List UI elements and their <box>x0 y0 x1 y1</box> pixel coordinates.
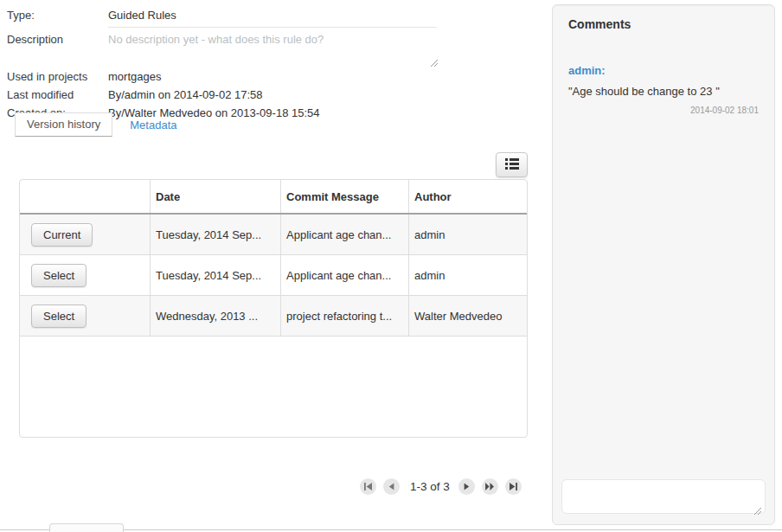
version-list-button[interactable] <box>496 152 528 177</box>
last-modified-label: Last modified <box>7 88 108 101</box>
cell-author: admin <box>408 215 527 254</box>
comments-panel: Comments admin: "Age should be change to… <box>552 4 775 525</box>
cell-commit-message: Applicant age chan... <box>280 215 408 254</box>
header-date: Date <box>150 180 280 213</box>
used-in-projects-row: Used in projects mortgages <box>7 67 439 86</box>
last-page-button[interactable] <box>505 478 522 495</box>
pagination-range-label: 1-3 of 3 <box>410 480 450 493</box>
previous-page-icon <box>388 483 395 490</box>
header-commit-message: Commit Message <box>280 180 408 213</box>
cell-author: admin <box>408 255 527 295</box>
fast-forward-button[interactable] <box>482 478 498 495</box>
resize-handle-icon[interactable] <box>430 55 439 64</box>
table-row: Select Tuesday, 2014 Sep... Applicant ag… <box>20 255 527 296</box>
asset-metadata-form: Type: Guided Rules Description Used in p… <box>7 7 439 122</box>
last-modified-value: By/admin on 2014-09-02 17:58 <box>108 88 263 101</box>
overview-screen: Type: Guided Rules Description Used in p… <box>0 0 782 532</box>
last-modified-row: Last modified By/admin on 2014-09-02 17:… <box>7 86 439 104</box>
select-version-button[interactable]: Select <box>31 264 87 287</box>
previous-page-button[interactable] <box>383 478 400 495</box>
first-page-icon <box>364 483 372 490</box>
type-value: Guided Rules <box>108 7 176 22</box>
current-version-button[interactable]: Current <box>31 223 93 247</box>
tab-metadata[interactable]: Metadata <box>130 119 176 131</box>
cell-commit-message: Applicant age chan... <box>280 255 408 295</box>
version-history-table: Date Commit Message Author Current Tuesd… <box>19 179 528 438</box>
cell-author: Walter Medvedeo <box>408 296 527 336</box>
used-in-projects-value: mortgages <box>108 70 161 83</box>
cell-date: Wednesday, 2013 ... <box>150 296 280 336</box>
cell-date: Tuesday, 2014 Sep... <box>150 215 280 254</box>
table-row: Select Wednesday, 2013 ... project refac… <box>20 296 527 337</box>
comment-item: admin: "Age should be change to 23 " 201… <box>553 31 774 115</box>
new-comment-textarea[interactable] <box>561 479 766 514</box>
type-field: Guided Rules <box>108 7 437 28</box>
cell-commit-message: project refactoring t... <box>280 296 408 336</box>
comment-timestamp: 2014-09-02 18:01 <box>568 106 759 115</box>
description-label: Description <box>7 31 108 46</box>
type-row: Type: Guided Rules <box>7 7 439 28</box>
cell-date: Tuesday, 2014 Sep... <box>150 255 280 295</box>
select-version-button[interactable]: Select <box>31 304 87 328</box>
bottom-active-tab[interactable] <box>49 523 124 532</box>
description-field-wrap <box>108 31 437 62</box>
last-page-icon <box>510 483 517 490</box>
header-action <box>20 180 150 213</box>
table-header-row: Date Commit Message Author <box>20 180 527 215</box>
description-textarea[interactable] <box>108 31 437 61</box>
new-comment-field-wrap <box>561 479 766 514</box>
type-label: Type: <box>7 7 108 22</box>
used-in-projects-label: Used in projects <box>7 70 108 83</box>
next-page-icon <box>463 483 470 490</box>
first-page-button[interactable] <box>360 478 376 495</box>
tab-version-history[interactable]: Version history <box>15 112 112 137</box>
comments-title: Comments <box>553 5 774 31</box>
table-row: Current Tuesday, 2014 Sep... Applicant a… <box>20 215 527 255</box>
comment-text: "Age should be change to 23 " <box>568 85 759 98</box>
next-page-button[interactable] <box>458 478 475 495</box>
header-author: Author <box>408 180 527 213</box>
description-row: Description <box>7 31 439 62</box>
resize-handle-icon[interactable] <box>753 503 762 512</box>
list-icon <box>505 158 519 172</box>
comment-author: admin: <box>568 64 759 77</box>
overview-tabs: Version history Metadata <box>15 112 176 137</box>
fast-forward-icon <box>485 483 494 490</box>
pagination: 1-3 of 3 <box>360 478 522 495</box>
